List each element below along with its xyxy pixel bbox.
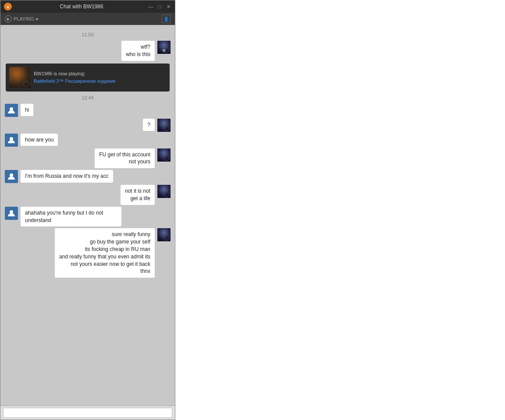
timestamp-2: 12:44: [2, 95, 173, 100]
svg-point-0: [10, 107, 13, 111]
message-bubble: wtf?who is this: [121, 41, 155, 61]
message-row: ?: [5, 119, 171, 132]
user-avatar-icon: [7, 136, 16, 145]
now-playing-game: Battlefield 3™ Расширенное издание: [34, 78, 116, 85]
avatar: [157, 185, 171, 198]
message-bubble: hi: [21, 104, 33, 116]
now-playing-info: BW1986 is now playing: Battlefield 3™ Ра…: [34, 70, 116, 85]
message-bubble: not it is notget a life: [121, 185, 155, 205]
status-bar-right: 👤: [162, 14, 171, 23]
avatar: [5, 104, 18, 117]
close-button[interactable]: ✕: [165, 4, 171, 10]
chevron-right-icon: ▶: [36, 17, 39, 21]
message-row: hi: [5, 104, 171, 117]
message-bubble: ?: [143, 119, 155, 131]
message-row: wtf?who is this: [5, 41, 171, 61]
message-bubble: how are you: [21, 134, 58, 146]
avatar: [157, 148, 171, 162]
message-row: I'm from Russia and now it's my acc: [5, 170, 171, 183]
message-row: not it is notget a life: [5, 185, 171, 205]
avatar: [157, 228, 171, 241]
message-row: sure really funny go buy the game your s…: [5, 228, 171, 278]
playing-button[interactable]: ▶ PLAYING ▶: [5, 15, 39, 22]
user-avatar-icon: [7, 172, 16, 181]
message-bubble: ahahaha you're funny but I do not unders…: [21, 207, 121, 227]
chat-input[interactable]: [3, 408, 172, 418]
avatar: [5, 170, 18, 183]
maximize-button[interactable]: □: [156, 4, 163, 10]
avatar: [157, 41, 171, 54]
input-area: [0, 406, 175, 420]
message-bubble: FU get of this accountnot yours: [95, 148, 155, 169]
play-icon: ▶: [5, 15, 12, 22]
now-playing-card: BW1986 is now playing: Battlefield 3™ Ра…: [6, 64, 170, 92]
svg-point-1: [10, 137, 13, 141]
profile-icon[interactable]: 👤: [162, 14, 171, 23]
message-bubble: I'm from Russia and now it's my acc: [21, 170, 113, 183]
window-title: Chat with BW1986: [15, 4, 148, 10]
title-bar: ♦ Chat with BW1986 — □ ✕: [0, 0, 175, 13]
avatar: [5, 207, 18, 220]
svg-point-3: [10, 210, 13, 214]
timestamp-1: 11:50: [2, 32, 173, 37]
now-playing-label: BW1986 is now playing:: [34, 70, 116, 78]
status-bar: ▶ PLAYING ▶ 👤: [0, 13, 175, 25]
message-row: FU get of this accountnot yours: [5, 148, 171, 169]
app-window: ♦ Chat with BW1986 — □ ✕ ▶ PLAYING ▶ 👤 1…: [0, 0, 175, 420]
app-logo: ♦: [4, 3, 12, 11]
user-avatar-icon: [7, 209, 16, 218]
user-avatar-icon: [7, 106, 16, 115]
message-row: ahahaha you're funny but I do not unders…: [5, 207, 171, 227]
avatar: [157, 119, 171, 132]
chat-area[interactable]: 11:50 wtf?who is this BW1986 is now play…: [0, 25, 175, 406]
window-controls: — □ ✕: [148, 4, 171, 10]
avatar: [5, 134, 18, 147]
message-row: how are you: [5, 134, 171, 147]
playing-label: PLAYING: [14, 16, 34, 21]
minimize-button[interactable]: —: [148, 4, 154, 10]
message-bubble: sure really funny go buy the game your s…: [55, 228, 155, 278]
album-art: [9, 67, 30, 88]
svg-point-2: [10, 173, 13, 177]
